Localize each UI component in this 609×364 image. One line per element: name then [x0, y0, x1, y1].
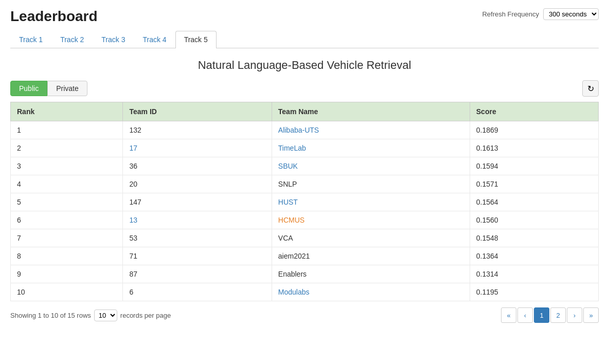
per-page-label: records per page [120, 312, 171, 319]
cell-team-id: 53 [123, 229, 272, 247]
table-header: RankTeam IDTeam NameScore [11, 102, 599, 121]
first-page-btn[interactable]: « [501, 307, 516, 323]
tabs-container: Track 1Track 2Track 3Track 4Track 5 [10, 31, 599, 48]
pagination: «‹12›» [501, 307, 599, 323]
cell-team-name: Enablers [272, 265, 470, 283]
table-row: 420SNLP0.1571 [11, 175, 599, 193]
tab-track3[interactable]: Track 3 [93, 31, 134, 48]
cell-rank: 5 [11, 193, 123, 211]
table-row: 613HCMUS0.1560 [11, 211, 599, 229]
tab-track2[interactable]: Track 2 [51, 31, 93, 48]
col-team-id: Team ID [123, 102, 272, 121]
cell-score: 0.1314 [470, 265, 598, 283]
tab-track1[interactable]: Track 1 [10, 31, 51, 48]
tab-track4[interactable]: Track 4 [134, 31, 175, 48]
table-row: 106Modulabs0.1195 [11, 283, 599, 301]
cell-team-id: 17 [123, 139, 272, 157]
table-header-row: RankTeam IDTeam NameScore [11, 102, 599, 121]
cell-team-name: Modulabs [272, 283, 470, 301]
page-btn-2[interactable]: 2 [550, 307, 566, 323]
rows-info: Showing 1 to 10 of 15 rows 10 25 50 reco… [10, 310, 171, 321]
table-row: 871aiem20210.1364 [11, 247, 599, 265]
cell-rank: 4 [11, 175, 123, 193]
next-page-btn[interactable]: › [567, 307, 582, 323]
col-team-name: Team Name [272, 102, 470, 121]
refresh-frequency-label: Refresh Frequency [482, 10, 539, 18]
cell-score: 0.1564 [470, 193, 598, 211]
cell-rank: 3 [11, 157, 123, 175]
cell-rank: 9 [11, 265, 123, 283]
refresh-control: Refresh Frequency 60 seconds120 seconds3… [482, 8, 599, 20]
cell-team-name: SBUK [272, 157, 470, 175]
cell-score: 0.1560 [470, 211, 598, 229]
cell-score: 0.1364 [470, 247, 598, 265]
cell-team-id: 36 [123, 157, 272, 175]
public-button[interactable]: Public [10, 81, 47, 96]
table-row: 987Enablers0.1314 [11, 265, 599, 283]
refresh-frequency-select[interactable]: 60 seconds120 seconds300 seconds600 seco… [543, 8, 599, 20]
cell-rank: 6 [11, 211, 123, 229]
cell-score: 0.1613 [470, 139, 598, 157]
cell-team-id: 20 [123, 175, 272, 193]
table-row: 753VCA0.1548 [11, 229, 599, 247]
col-rank: Rank [11, 102, 123, 121]
cell-team-name: HCMUS [272, 211, 470, 229]
tab-track5[interactable]: Track 5 [175, 31, 217, 48]
cell-score: 0.1571 [470, 175, 598, 193]
table-row: 1132Alibaba-UTS0.1869 [11, 121, 599, 139]
showing-text: Showing 1 to 10 of 15 rows [10, 312, 91, 319]
cell-score: 0.1548 [470, 229, 598, 247]
visibility-toggle: Public Private [10, 81, 87, 96]
table-row: 5147HUST0.1564 [11, 193, 599, 211]
leaderboard-table: RankTeam IDTeam NameScore 1132Alibaba-UT… [10, 102, 599, 301]
cell-team-name: TimeLab [272, 139, 470, 157]
prev-page-btn[interactable]: ‹ [517, 307, 533, 323]
last-page-btn[interactable]: » [583, 307, 599, 323]
cell-score: 0.1594 [470, 157, 598, 175]
cell-team-name: SNLP [272, 175, 470, 193]
cell-score: 0.1195 [470, 283, 598, 301]
cell-team-id: 147 [123, 193, 272, 211]
cell-rank: 7 [11, 229, 123, 247]
page-btn-1[interactable]: 1 [534, 307, 549, 323]
col-score: Score [470, 102, 598, 121]
table-row: 336SBUK0.1594 [11, 157, 599, 175]
cell-team-name: aiem2021 [272, 247, 470, 265]
refresh-icon: ↻ [587, 84, 594, 94]
table-row: 217TimeLab0.1613 [11, 139, 599, 157]
private-button[interactable]: Private [47, 81, 87, 96]
cell-rank: 8 [11, 247, 123, 265]
cell-team-id: 87 [123, 265, 272, 283]
refresh-button[interactable]: ↻ [582, 80, 599, 97]
table-body: 1132Alibaba-UTS0.1869217TimeLab0.1613336… [11, 121, 599, 301]
cell-team-name: Alibaba-UTS [272, 121, 470, 139]
cell-team-id: 132 [123, 121, 272, 139]
cell-team-name: VCA [272, 229, 470, 247]
cell-score: 0.1869 [470, 121, 598, 139]
toggle-row: Public Private ↻ [10, 80, 599, 97]
cell-team-id: 6 [123, 283, 272, 301]
per-page-select[interactable]: 10 25 50 [94, 310, 117, 321]
cell-rank: 2 [11, 139, 123, 157]
cell-rank: 10 [11, 283, 123, 301]
table-footer: Showing 1 to 10 of 15 rows 10 25 50 reco… [10, 307, 599, 323]
page-title: Leaderboard [10, 8, 98, 25]
cell-team-name: HUST [272, 193, 470, 211]
cell-rank: 1 [11, 121, 123, 139]
cell-team-id: 13 [123, 211, 272, 229]
section-title: Natural Language-Based Vehicle Retrieval [10, 59, 599, 72]
cell-team-id: 71 [123, 247, 272, 265]
